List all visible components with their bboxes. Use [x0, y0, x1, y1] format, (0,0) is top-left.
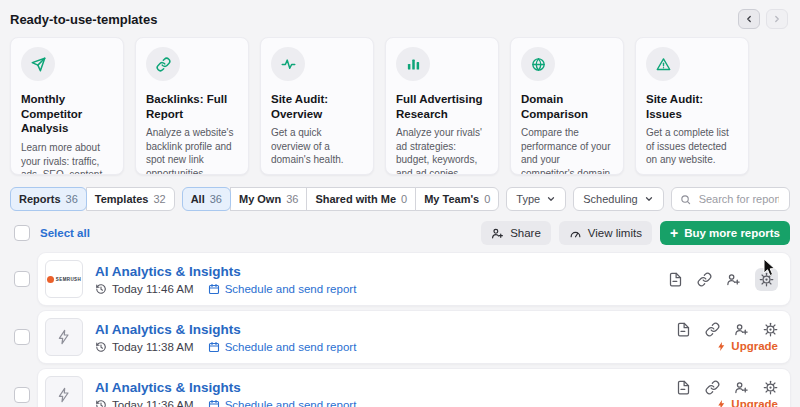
- report-thumbnail[interactable]: [45, 318, 83, 356]
- template-description: Compare the performance of your and your…: [521, 126, 613, 175]
- tab-label: Templates: [95, 193, 149, 205]
- template-description: Analyze a website's backlink profile and…: [146, 126, 238, 175]
- share-button[interactable]: Share: [481, 221, 551, 245]
- schedule-and-send-link[interactable]: Schedule and send report: [208, 283, 357, 295]
- type-dropdown-label: Type: [516, 193, 540, 205]
- report-checkbox[interactable]: [14, 329, 30, 345]
- link-icon: [156, 57, 171, 72]
- report-checkbox[interactable]: [14, 271, 30, 287]
- bolt-placeholder-icon: [56, 387, 72, 403]
- report-meta: Today 11:36 AM Schedule and send report: [95, 399, 356, 407]
- template-card-backlinks-full-report[interactable]: Backlinks: Full Report Analyze a website…: [135, 37, 249, 175]
- template-card-site-audit-issues[interactable]: Site Audit: Issues Get a complete list o…: [635, 37, 749, 175]
- clock-history-icon: [95, 283, 107, 295]
- copy-link-button[interactable]: [705, 322, 720, 337]
- share-report-button[interactable]: [734, 380, 749, 395]
- tab-templates[interactable]: Templates 32: [86, 187, 175, 211]
- view-limits-icon: [569, 227, 582, 240]
- clock-history-icon: [95, 341, 107, 353]
- template-icon-circle: [146, 47, 180, 81]
- report-checkbox[interactable]: [14, 387, 30, 403]
- upgrade-link[interactable]: Upgrade: [716, 398, 778, 407]
- search-input[interactable]: [697, 192, 781, 206]
- template-icon-circle: [396, 47, 430, 81]
- chevron-left-icon: [744, 14, 754, 24]
- report-title-link[interactable]: AI Analytics & Insights: [95, 380, 356, 395]
- export-pdf-button[interactable]: [668, 272, 683, 287]
- template-title: Site Audit: Overview: [271, 92, 363, 121]
- gear-icon: [763, 322, 778, 337]
- templates-header: Ready-to-use-templates: [0, 0, 800, 29]
- report-settings-button[interactable]: [763, 380, 778, 395]
- export-pdf-button[interactable]: [676, 322, 691, 337]
- report-info: AI Analytics & Insights Today 11:38 AM S…: [95, 322, 356, 353]
- report-info: AI Analytics & Insights Today 11:36 AM S…: [95, 380, 356, 407]
- report-row: AI Analytics & Insights Today 11:36 AM S…: [0, 369, 800, 407]
- report-action-icons: [676, 322, 778, 337]
- clock-history-icon: [95, 399, 107, 407]
- share-report-button[interactable]: [726, 272, 741, 287]
- template-title: Full Advertising Research: [396, 92, 488, 121]
- view-toggle-group: Reports 36 Templates 32: [10, 187, 175, 211]
- scheduling-dropdown-label: Scheduling: [583, 193, 637, 205]
- template-title: Monthly Competitor Analysis: [21, 92, 113, 136]
- report-search: [671, 187, 790, 211]
- template-icon-circle: [271, 47, 305, 81]
- report-thumbnail[interactable]: [45, 376, 83, 407]
- buy-more-reports-label: Buy more reports: [684, 227, 780, 239]
- tab-label: My Own: [239, 193, 281, 205]
- report-settings-button[interactable]: [755, 268, 778, 291]
- upgrade-link[interactable]: Upgrade: [716, 340, 778, 352]
- report-meta: Today 11:38 AM Schedule and send report: [95, 341, 356, 353]
- tab-my-teams[interactable]: My Team's 0: [415, 187, 499, 211]
- timestamp-text: Today 11:36 AM: [112, 399, 194, 407]
- report-title-link[interactable]: AI Analytics & Insights: [95, 264, 356, 279]
- report-action-icons: [676, 380, 778, 395]
- carousel-nav: [738, 9, 788, 29]
- copy-link-button[interactable]: [697, 272, 712, 287]
- tab-count: 0: [484, 193, 490, 205]
- carousel-next-button[interactable]: [766, 9, 788, 29]
- tab-count: 0: [401, 193, 407, 205]
- report-timestamp: Today 11:36 AM: [95, 399, 194, 407]
- share-report-button[interactable]: [734, 322, 749, 337]
- schedule-link-text: Schedule and send report: [225, 341, 357, 353]
- buy-more-reports-button[interactable]: + Buy more reports: [660, 221, 790, 245]
- tab-shared-with-me[interactable]: Shared with Me 0: [306, 187, 416, 211]
- tab-my-own[interactable]: My Own 36: [230, 187, 307, 211]
- report-action-icons: [668, 268, 778, 291]
- tab-reports[interactable]: Reports 36: [10, 187, 87, 211]
- report-info: AI Analytics & Insights Today 11:46 AM S…: [95, 264, 356, 295]
- view-limits-button[interactable]: View limits: [559, 221, 652, 245]
- tab-all[interactable]: All 36: [182, 187, 231, 211]
- schedule-and-send-link[interactable]: Schedule and send report: [208, 341, 357, 353]
- chevron-down-icon: [546, 194, 556, 204]
- report-actions: [668, 268, 778, 291]
- copy-link-button[interactable]: [705, 380, 720, 395]
- select-all-label[interactable]: Select all: [40, 227, 90, 239]
- chevron-down-icon: [644, 194, 654, 204]
- template-card-monthly-competitor-analysis[interactable]: Monthly Competitor Analysis Learn more a…: [10, 37, 124, 175]
- report-title-link[interactable]: AI Analytics & Insights: [95, 322, 356, 337]
- report-settings-button[interactable]: [763, 322, 778, 337]
- person-add-icon: [491, 227, 504, 240]
- plus-icon: +: [670, 225, 678, 241]
- type-dropdown[interactable]: Type: [506, 187, 566, 211]
- template-card-domain-comparison[interactable]: Domain Comparison Compare the performanc…: [510, 37, 624, 175]
- upgrade-label: Upgrade: [731, 340, 778, 352]
- template-description: Learn more about your rivals: traffic, a…: [21, 141, 113, 175]
- chevron-right-icon: [772, 14, 782, 24]
- template-card-site-audit-overview[interactable]: Site Audit: Overview Get a quick overvie…: [260, 37, 374, 175]
- person-add-icon: [726, 272, 741, 287]
- template-card-full-advertising-research[interactable]: Full Advertising Research Analyze your r…: [385, 37, 499, 175]
- search-icon: [680, 194, 691, 205]
- scope-toggle-group: All 36 My Own 36 Shared with Me 0 My Tea…: [182, 187, 500, 211]
- calendar-icon: [208, 283, 220, 295]
- report-row: AI Analytics & Insights Today 11:38 AM S…: [0, 311, 800, 363]
- report-thumbnail[interactable]: SEMRUSH: [45, 260, 83, 298]
- export-pdf-button[interactable]: [676, 380, 691, 395]
- carousel-prev-button[interactable]: [738, 9, 760, 29]
- schedule-and-send-link[interactable]: Schedule and send report: [208, 399, 357, 407]
- scheduling-dropdown[interactable]: Scheduling: [573, 187, 663, 211]
- select-all-checkbox[interactable]: [14, 225, 30, 241]
